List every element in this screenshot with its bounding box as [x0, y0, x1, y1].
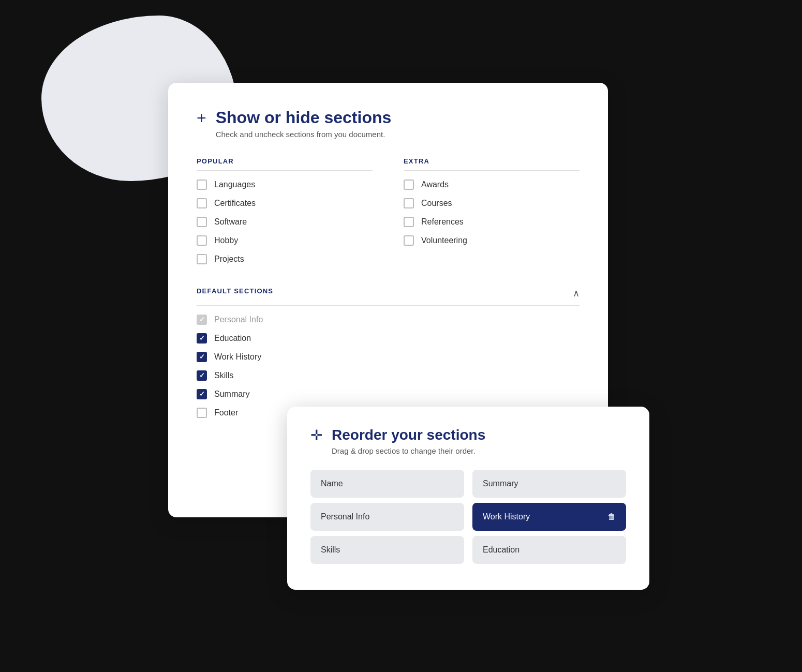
checkbox-courses[interactable]: Courses	[404, 198, 580, 208]
card-show-subtitle: Check and uncheck sections from you docu…	[216, 130, 392, 139]
checkbox-projects[interactable]: Projects	[197, 254, 373, 264]
default-checkbox-list: Personal Info Education Work History Ski…	[197, 315, 580, 418]
checkbox-box-courses	[404, 198, 414, 208]
reorder-right-column: Summary Work History 🗑 Education	[472, 470, 626, 564]
checkbox-hobby[interactable]: Hobby	[197, 235, 373, 246]
checkbox-box-volunteering	[404, 235, 414, 246]
reorder-card-subtitle: Drag & drop sectios to change their orde…	[332, 446, 485, 455]
checkbox-label-references: References	[421, 217, 464, 227]
checkbox-box-summary	[197, 389, 207, 399]
reorder-item-summary[interactable]: Summary	[472, 470, 626, 498]
checkbox-box-references	[404, 217, 414, 227]
move-icon: ✛	[310, 428, 322, 443]
checkbox-label-personal-info: Personal Info	[214, 315, 263, 324]
reorder-item-name[interactable]: Name	[310, 470, 464, 498]
reorder-item-personal-info[interactable]: Personal Info	[310, 503, 464, 531]
checkbox-skills[interactable]: Skills	[197, 370, 580, 381]
checkbox-box-personal-info	[197, 315, 207, 325]
checkbox-label-work-history: Work History	[214, 352, 261, 362]
checkbox-box-education	[197, 333, 207, 344]
checkbox-work-history[interactable]: Work History	[197, 352, 580, 362]
scene-container: + Show or hide sections Check and unchec…	[168, 83, 634, 590]
checkbox-education[interactable]: Education	[197, 333, 580, 344]
sections-grid: POPULAR Languages Certificates Software	[197, 157, 580, 264]
checkbox-label-hobby: Hobby	[214, 236, 238, 245]
extra-checkbox-list: Awards Courses References Volunteering	[404, 180, 580, 246]
reorder-item-work-history[interactable]: Work History 🗑	[472, 503, 626, 531]
checkbox-label-education: Education	[214, 334, 251, 343]
default-sections-divider	[197, 305, 580, 306]
checkbox-label-languages: Languages	[214, 180, 255, 189]
chevron-up-icon[interactable]: ∧	[573, 288, 580, 299]
reorder-item-work-history-label: Work History	[483, 512, 530, 521]
extra-divider	[404, 170, 580, 171]
reorder-card-header-text: Reorder your sections Drag & drop sectio…	[332, 427, 485, 455]
extra-group-title: EXTRA	[404, 157, 580, 165]
checkbox-references[interactable]: References	[404, 217, 580, 227]
checkbox-box-work-history	[197, 352, 207, 362]
default-sections-group: DEFAULT SECTIONS ∧ Personal Info Educati…	[197, 287, 580, 418]
checkbox-label-software: Software	[214, 217, 247, 227]
reorder-item-education[interactable]: Education	[472, 536, 626, 564]
plus-icon: +	[197, 110, 206, 126]
popular-divider	[197, 170, 373, 171]
popular-checkbox-list: Languages Certificates Software Hobby	[197, 180, 373, 264]
checkbox-label-skills: Skills	[214, 371, 233, 380]
checkbox-box-projects	[197, 254, 207, 264]
popular-group: POPULAR Languages Certificates Software	[197, 157, 373, 264]
checkbox-label-summary: Summary	[214, 390, 249, 399]
checkbox-volunteering[interactable]: Volunteering	[404, 235, 580, 246]
checkbox-box-awards	[404, 180, 414, 190]
extra-group: EXTRA Awards Courses References	[404, 157, 580, 264]
trash-icon[interactable]: 🗑	[607, 512, 616, 521]
default-sections-header: DEFAULT SECTIONS ∧	[197, 287, 580, 300]
checkbox-box-skills	[197, 370, 207, 381]
reorder-card-header: ✛ Reorder your sections Drag & drop sect…	[310, 427, 626, 455]
reorder-left-column: Name Personal Info Skills	[310, 470, 464, 564]
checkbox-box-languages	[197, 180, 207, 190]
reorder-grid: Name Personal Info Skills Summary Work H…	[310, 470, 626, 564]
checkbox-summary[interactable]: Summary	[197, 389, 580, 399]
checkbox-label-awards: Awards	[421, 180, 449, 189]
checkbox-label-certificates: Certificates	[214, 199, 256, 208]
checkbox-box-hobby	[197, 235, 207, 246]
checkbox-label-projects: Projects	[214, 255, 244, 264]
reorder-item-skills[interactable]: Skills	[310, 536, 464, 564]
checkbox-box-footer	[197, 408, 207, 418]
checkbox-label-volunteering: Volunteering	[421, 236, 467, 245]
default-sections-title: DEFAULT SECTIONS	[197, 287, 273, 295]
card-show-header-text: Show or hide sections Check and uncheck …	[216, 109, 392, 139]
checkbox-label-courses: Courses	[421, 199, 452, 208]
checkbox-languages[interactable]: Languages	[197, 180, 373, 190]
checkbox-certificates[interactable]: Certificates	[197, 198, 373, 208]
card-show-title: Show or hide sections	[216, 109, 392, 127]
checkbox-awards[interactable]: Awards	[404, 180, 580, 190]
checkbox-box-certificates	[197, 198, 207, 208]
popular-group-title: POPULAR	[197, 157, 373, 165]
reorder-card-title: Reorder your sections	[332, 427, 485, 443]
checkbox-software[interactable]: Software	[197, 217, 373, 227]
reorder-card: ✛ Reorder your sections Drag & drop sect…	[287, 407, 649, 590]
checkbox-label-footer: Footer	[214, 408, 238, 417]
checkbox-personal-info[interactable]: Personal Info	[197, 315, 580, 325]
card-show-header: + Show or hide sections Check and unchec…	[197, 109, 580, 139]
checkbox-box-software	[197, 217, 207, 227]
